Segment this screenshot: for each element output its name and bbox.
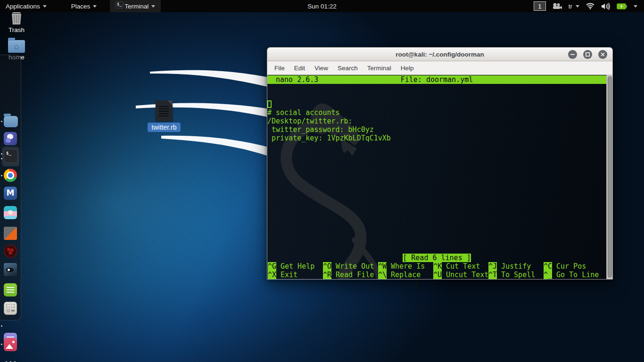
home-folder-icon: ⌂ <box>8 40 25 53</box>
shortcut-go-to-line: ^_Go To Line <box>544 271 599 279</box>
maximize-button[interactable] <box>583 50 592 59</box>
nano-filename: File: doorman.yml <box>267 75 606 84</box>
desktop-file-twitter-rb[interactable]: twitter.rb <box>145 100 183 132</box>
minimize-button[interactable] <box>568 50 577 59</box>
editor-line: /Desktop/twitter.rb: <box>267 117 606 125</box>
shortcut-to-spell: ^TTo Spell <box>488 271 544 279</box>
active-app-label: Terminal <box>124 3 149 10</box>
window-title: root@kali: ~/.config/doorman <box>267 51 612 58</box>
desktop-icon-trash[interactable]: Trash <box>0 10 33 33</box>
keyboard-layout-label: tr <box>569 3 572 10</box>
battery-icon[interactable] <box>617 3 627 9</box>
places-label: Places <box>71 3 91 10</box>
shortcut-cur-pos: ^CCur Pos <box>544 262 599 271</box>
chevron-down-icon <box>576 5 579 8</box>
document-icon <box>156 100 173 121</box>
text-cursor <box>267 100 272 108</box>
terminal-scrollbar[interactable] <box>606 75 612 279</box>
shortcut-get-help: ^GGet Help <box>268 262 323 271</box>
menu-view[interactable]: View <box>310 63 332 74</box>
shortcut-write-out: ^OWrite Out <box>323 262 378 271</box>
nano-status-text: [ Read 6 lines ] <box>403 254 471 262</box>
shortcut-replace: ^\Replace <box>378 271 433 279</box>
dock-photos-icon[interactable] <box>4 338 17 351</box>
wifi-icon[interactable] <box>586 3 594 9</box>
dock-files-icon[interactable] <box>4 116 18 127</box>
dock-armitage-icon[interactable] <box>4 227 17 240</box>
window-menubar: File Edit View Search Terminal Help <box>267 61 613 75</box>
terminal-screen[interactable]: nano 2.6.3 File: doorman.yml # social ac… <box>267 75 613 280</box>
file-label: twitter.rb <box>148 123 181 132</box>
dock-show-applications-icon[interactable] <box>4 360 16 362</box>
nano-header: nano 2.6.3 File: doorman.yml <box>267 75 606 84</box>
shortcut-justify: ^JJustify <box>488 262 544 271</box>
nano-editor: nano 2.6.3 File: doorman.yml # social ac… <box>267 75 606 279</box>
close-button[interactable] <box>598 50 607 59</box>
menu-terminal[interactable]: Terminal <box>363 63 396 74</box>
screen-recorder-icon[interactable] <box>553 3 562 9</box>
applications-label: Applications <box>6 3 40 10</box>
chevron-down-icon <box>151 5 155 8</box>
dock-app-purple-icon[interactable] <box>4 132 17 145</box>
editor-line: twitter_password: bHc0yz <box>267 125 606 134</box>
dock-green-notes-icon[interactable] <box>4 283 17 296</box>
dock-bird-app-icon[interactable] <box>4 263 17 276</box>
desktop-root: Trash ⌂ home twitter.rb $_ M <box>0 0 644 362</box>
dock: $_ M <box>0 55 21 321</box>
places-menu[interactable]: Places <box>66 0 103 12</box>
editor-line <box>267 91 606 100</box>
keyboard-layout-menu[interactable]: tr <box>569 0 579 12</box>
shortcut-where-is: ^WWhere Is <box>378 262 433 271</box>
chevron-down-icon <box>43 5 47 8</box>
shortcut-read-file: ^RRead File <box>323 271 378 279</box>
tray-caret-icon[interactable] <box>634 5 637 8</box>
shortcut-exit: ^XExit <box>268 271 323 279</box>
menu-file[interactable]: File <box>270 63 289 74</box>
workspace-indicator[interactable]: 1 <box>534 1 546 11</box>
scrollbar-thumb[interactable] <box>608 76 612 278</box>
dock-settings-dialog-icon[interactable] <box>4 302 17 315</box>
window-titlebar[interactable]: root@kali: ~/.config/doorman <box>267 47 613 61</box>
volume-icon[interactable] <box>601 3 610 10</box>
trash-label: Trash <box>8 26 25 33</box>
top-bar: Applications Places $_ Terminal Sun 01:2… <box>0 0 644 12</box>
terminal-window: root@kali: ~/.config/doorman File Edit V… <box>267 47 613 280</box>
menu-help[interactable]: Help <box>396 63 418 74</box>
chevron-down-icon <box>93 5 97 8</box>
trash-icon <box>8 10 25 25</box>
editor-line: private_key: 1VpzKbLDTqC1vXb <box>267 134 606 142</box>
active-app-menu[interactable]: $_ Terminal <box>110 0 161 12</box>
nano-shortcuts: ^GGet Help ^OWrite Out ^WWhere Is ^KCut … <box>267 262 606 279</box>
editor-line: # social accounts <box>267 108 606 117</box>
applications-menu[interactable]: Applications <box>0 0 52 12</box>
menu-search[interactable]: Search <box>333 63 362 74</box>
dock-terminal-icon[interactable]: $_ <box>4 149 18 163</box>
dock-red-dots-app-icon[interactable] <box>4 245 17 258</box>
shortcut-cut-text: ^KCut Text <box>433 262 488 271</box>
editor-line-cursor <box>267 100 606 108</box>
shortcut-uncut-text: ^UUncut Text <box>433 271 488 279</box>
dock-chrome-icon[interactable] <box>4 169 17 182</box>
dock-character-app-icon[interactable] <box>4 206 17 219</box>
nano-status-bar: [ Read 6 lines ] <box>267 254 606 262</box>
dock-metasploit-icon[interactable]: M <box>4 187 17 200</box>
terminal-mini-icon: $_ <box>116 1 124 8</box>
menu-edit[interactable]: Edit <box>290 63 309 74</box>
